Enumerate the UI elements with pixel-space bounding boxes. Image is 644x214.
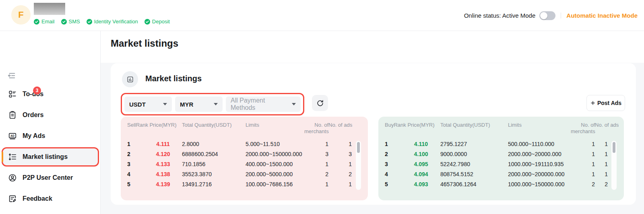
verification-badge-deposit: Deposit	[144, 19, 170, 25]
check-circle-icon	[34, 19, 39, 25]
cell-limits: 1000.000~150000.000	[508, 181, 571, 187]
app-root: F Email SMS Identity Verification Deposi…	[0, 0, 644, 214]
sell-table-scrollbar[interactable]	[356, 141, 361, 190]
table-row: 34.133710.1856400.000~1500.00011	[127, 159, 361, 169]
cell-quantity: 710.1856	[182, 161, 246, 167]
cell-rank: 2	[127, 151, 144, 157]
post-ads-button[interactable]: Post Ads	[586, 95, 625, 111]
cell-rank: 2	[385, 151, 402, 157]
cell-limits: 400.000~1500.000	[246, 161, 304, 167]
cell-limits: 200.000~5000.000	[246, 171, 304, 177]
col-buyrank: BuyRank	[385, 122, 402, 128]
sidebar-item-todos[interactable]: To-dos 3	[0, 85, 101, 103]
cell-quantity: 2.8000	[182, 141, 246, 147]
col-sellrank: SellRank	[127, 122, 144, 128]
online-status-label: Online status: Active Mode	[464, 12, 536, 19]
cell-price: 4.111	[144, 141, 182, 147]
col-ads: No. of ads	[595, 122, 628, 128]
table-row: 44.094808754.51522000.000~200000.00011	[385, 169, 617, 179]
check-circle-icon	[144, 19, 150, 25]
fiat-select-value: MYR	[180, 101, 193, 108]
cell-limits: 2000.000~200000.000	[508, 171, 571, 177]
col-price: Price(MYR)	[402, 122, 440, 128]
sidebar-item-p2p-user-center[interactable]: P2P User Center	[0, 169, 101, 187]
payment-select-value: All Payment Methods	[231, 97, 287, 111]
cell-rank: 5	[127, 181, 144, 187]
verification-label: Email	[41, 19, 55, 25]
divider	[561, 12, 561, 19]
cell-quantity: 13491.2716	[182, 181, 246, 187]
buy-table-scrollbar[interactable]	[611, 141, 617, 190]
table-row: 54.0934657306.12641000.000~150000.00022	[385, 179, 617, 189]
sidebar-collapse-button[interactable]	[7, 71, 16, 80]
filters-highlight-group: USDT MYR All Payment Methods	[121, 93, 304, 115]
market-listings-icon	[8, 152, 17, 161]
sell-listings-panel: SellRank Price(MYR) Total Quantity(USDT)…	[121, 117, 368, 200]
table-row: 34.09552242.79801000.000~191110.93511	[385, 159, 617, 169]
cell-rank: 5	[385, 181, 402, 187]
cell-quantity: 52242.7980	[440, 161, 508, 167]
cell-quantity: 4657306.1264	[440, 181, 508, 187]
sidebar-item-my-ads[interactable]: AD My Ads	[0, 127, 101, 145]
table-row: 14.1112.80005.000~11.51011	[127, 139, 361, 149]
sidebar-item-market-listings[interactable]: Market listings	[0, 148, 101, 166]
cell-merchants: 1	[571, 151, 595, 157]
buy-table-rows: 14.1102795.1227500.000~1110.0001124.1009…	[385, 139, 617, 189]
online-status-toggle[interactable]	[539, 11, 555, 20]
cell-rank: 3	[385, 161, 402, 167]
plus-icon	[590, 100, 596, 106]
cell-price: 4.133	[144, 161, 182, 167]
cell-limits: 2000.000~150000.000	[246, 151, 304, 157]
cell-quantity: 2795.1227	[440, 141, 508, 147]
cell-limits: 500.000~1110.000	[508, 141, 571, 147]
cell-rank: 1	[385, 141, 402, 147]
verification-label: Deposit	[152, 19, 170, 25]
cell-quantity: 6888600.2504	[182, 151, 246, 157]
todos-icon	[8, 90, 17, 99]
payment-method-select[interactable]: All Payment Methods	[226, 97, 301, 112]
cell-price: 4.110	[402, 141, 440, 147]
sidebar-item-orders[interactable]: Orders	[0, 106, 101, 124]
sell-table-rows: 14.1112.80005.000~11.5101124.1206888600.…	[127, 139, 361, 189]
cell-merchants: 1	[571, 141, 595, 147]
cell-quantity: 35523.3870	[182, 171, 246, 177]
verification-label: Identity Verification	[94, 19, 138, 25]
col-merchants: No. of merchants	[571, 122, 595, 135]
scrollbar-thumb[interactable]	[357, 142, 360, 153]
automatic-inactive-mode-link[interactable]: Automatic Inactive Mode	[566, 12, 638, 19]
col-limits: Limits	[508, 122, 571, 128]
cell-quantity: 9000.0000	[440, 151, 508, 157]
user-center-icon	[8, 173, 17, 182]
cell-price: 4.139	[144, 181, 182, 187]
todos-count-badge: 3	[33, 86, 41, 95]
avatar[interactable]: F	[11, 5, 31, 25]
cell-limits: 5.000~11.510	[246, 141, 304, 147]
cell-merchants: 1	[304, 161, 328, 167]
scrollbar-thumb[interactable]	[613, 142, 615, 153]
cell-limits: 2000.000~20000.000	[508, 151, 571, 157]
cell-merchants: 1	[304, 181, 328, 187]
sidebar-item-label: Market listings	[23, 153, 68, 160]
table-row: 24.1206888600.25042000.000~150000.00033	[127, 149, 361, 159]
my-ads-icon: AD	[8, 132, 17, 140]
crypto-select[interactable]: USDT	[124, 97, 172, 112]
cell-rank: 4	[385, 171, 402, 177]
col-merchants: No. of merchants	[304, 122, 328, 135]
sidebar-item-feedback[interactable]: Feedback	[0, 190, 101, 208]
cell-merchants: 2	[571, 181, 595, 187]
table-row: 14.1102795.1227500.000~1110.00011	[385, 139, 617, 149]
cell-merchants: 3	[304, 151, 328, 157]
cell-price: 4.093	[402, 181, 440, 187]
cell-price: 4.094	[402, 171, 440, 177]
card-title: Market listings	[145, 74, 202, 83]
bar-chart-icon	[122, 71, 138, 87]
refresh-button[interactable]	[312, 95, 328, 111]
orders-icon	[8, 111, 17, 119]
refresh-icon	[316, 99, 324, 107]
cell-price: 4.095	[402, 161, 440, 167]
cell-rank: 4	[127, 171, 144, 177]
fiat-select[interactable]: MYR	[175, 97, 223, 112]
check-circle-icon	[61, 19, 67, 25]
top-header: F Email SMS Identity Verification Deposi…	[0, 0, 644, 31]
cell-merchants: 1	[571, 161, 595, 167]
